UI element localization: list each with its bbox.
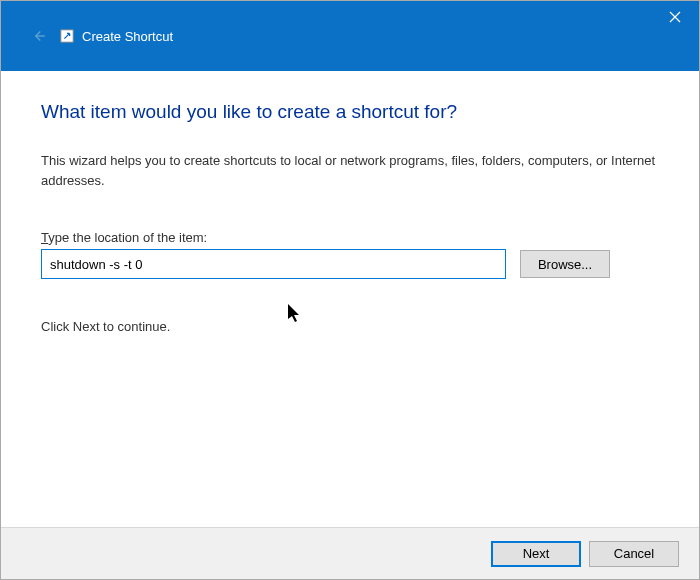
shortcut-icon	[60, 29, 74, 43]
wizard-window: Create Shortcut What item would you like…	[0, 0, 700, 580]
wizard-heading: What item would you like to create a sho…	[41, 101, 659, 123]
back-arrow-icon	[26, 24, 50, 48]
window-title: Create Shortcut	[82, 29, 173, 44]
browse-button[interactable]: Browse...	[520, 250, 610, 278]
continue-text: Click Next to continue.	[41, 319, 659, 334]
content-area: What item would you like to create a sho…	[1, 71, 699, 527]
cancel-button[interactable]: Cancel	[589, 541, 679, 567]
close-button[interactable]	[651, 1, 699, 33]
titlebar: Create Shortcut	[1, 1, 699, 71]
footer: Next Cancel	[1, 527, 699, 579]
location-input[interactable]	[41, 249, 506, 279]
wizard-description: This wizard helps you to create shortcut…	[41, 151, 659, 190]
close-icon	[669, 11, 681, 23]
location-label: Type the location of the item:	[41, 230, 659, 245]
input-row: Browse...	[41, 249, 659, 279]
next-button[interactable]: Next	[491, 541, 581, 567]
